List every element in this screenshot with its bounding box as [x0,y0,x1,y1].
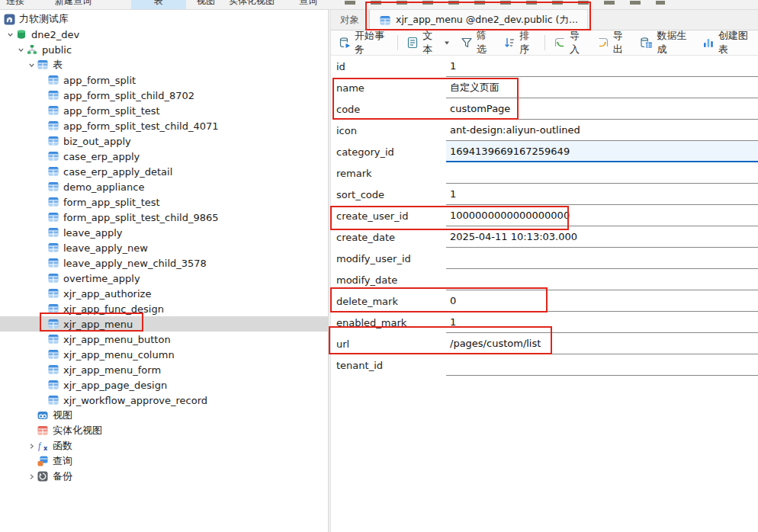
tree-item-leave_apply[interactable]: leave_apply [0,225,328,240]
field-row-create_date: create_date2025-04-11 10:13:03.000 [331,226,758,248]
tree-item-public[interactable]: public [0,42,328,57]
table-icon [47,242,59,254]
tree-item-label: xjr_workflow_approve_record [63,395,207,406]
field-value-create_user_id[interactable]: 1000000000000000000 [446,205,758,226]
chevron-down-icon[interactable] [27,57,37,72]
chevron-spacer [37,347,47,362]
chevron-down-icon[interactable] [16,42,26,57]
main-toolbar-item-label: 查询 [299,0,325,8]
tree-item-表[interactable]: 表 [0,57,328,72]
tree-item-xjr_app_menu_button[interactable]: xjr_app_menu_button [0,332,328,347]
tree-item-label: demo_appliance [63,181,144,193]
tree-item-xjr_app_menu[interactable]: xjr_app_menu [0,316,328,332]
main-toolbar-item-1[interactable]: 连接 [6,0,37,10]
tree-item-xjr_app_page_design[interactable]: xjr_app_page_design [0,377,328,393]
chevron-spacer [37,240,47,255]
import-button[interactable]: 导入 [548,33,592,53]
tab-xjr-app-menu[interactable]: xjr_app_menu @dne2_dev.public (力... [369,10,588,30]
tree-item-备份[interactable]: 备份 [0,469,328,484]
table-icon [47,257,59,269]
tree-item-视图[interactable]: 视图 [0,408,328,423]
tree-item-label: 备份 [53,470,72,483]
filter-button[interactable]: 筛选 [455,33,499,53]
field-value-enabled_mark[interactable]: 1 [446,312,758,333]
field-row-icon: iconant-design:aliyun-outlined [331,120,758,141]
tree-item-leave_apply_new[interactable]: leave_apply_new [0,240,328,255]
chevron-right-icon[interactable] [27,438,37,453]
tree-item-app_form_split[interactable]: app_form_split [0,72,328,88]
tree-item-app_form_split_test_child_4071[interactable]: app_form_split_test_child_4071 [0,118,328,133]
main-toolbar-item-6[interactable]: 查询 [299,0,325,10]
table-icon [47,287,59,300]
tree-item-dne2_dev[interactable]: dne2_dev [0,27,328,42]
field-value-url[interactable]: /pages/custom/list [446,333,758,354]
tree-item-form_app_split_test_child_9865[interactable]: form_app_split_test_child_9865 [0,210,328,225]
field-value-icon[interactable]: ant-design:aliyun-outlined [446,120,758,141]
data-generation-button[interactable]: 数据生成 [634,33,696,53]
field-value-remark[interactable] [446,162,758,184]
tree-item-case_erp_apply_detail[interactable]: case_erp_apply_detail [0,164,328,179]
main-toolbar-item-5[interactable]: 实体化视图 [229,0,287,10]
chevron-spacer [37,362,47,377]
function-icon: fx [37,440,49,452]
tree-item-app_form_split_test[interactable]: app_form_split_test [0,103,328,118]
tree-item-实体化视图[interactable]: 实体化视图 [0,423,328,438]
tree-item-app_form_split_child_8702[interactable]: app_form_split_child_8702 [0,88,328,103]
table-icon [47,226,59,239]
table-icon [379,14,391,27]
chevron-spacer [37,133,47,149]
chevron-right-icon[interactable] [27,469,37,484]
tree-item-leave_apply_new_child_3578[interactable]: leave_apply_new_child_3578 [0,255,328,271]
field-row-modify_user_id: modify_user_id [331,248,758,269]
tree-item-demo_appliance[interactable]: demo_appliance [0,179,328,194]
main-toolbar-item-4[interactable]: 视图 [197,0,223,10]
tree-item-biz_out_apply[interactable]: biz_out_apply [0,133,328,149]
text-view-button[interactable]: 文本 [401,33,454,53]
chevron-spacer [37,377,47,393]
tree-item-label: app_form_split [63,75,136,86]
dropdown-caret-icon[interactable] [444,40,450,46]
tree-item-xjr_app_func_design[interactable]: xjr_app_func_design [0,301,328,316]
field-label-id: id [331,56,446,77]
export-icon [597,37,609,49]
field-value-code[interactable]: customPage [446,98,758,120]
tree-item-overtime_apply[interactable]: overtime_apply [0,271,328,286]
tree-item-xjr_workflow_approve_record[interactable]: xjr_workflow_approve_record [0,393,328,408]
tree-item-xjr_app_menu_column[interactable]: xjr_app_menu_column [0,347,328,362]
field-value-id[interactable]: 1 [446,56,758,77]
tab-objects[interactable]: 对象 [331,10,369,30]
tree-item-xjr_app_authorize[interactable]: xjr_app_authorize [0,286,328,301]
tree-item-label: 查询 [53,454,72,468]
toolbar-separator [544,35,545,50]
main-toolbar-item-2[interactable]: 新建查询 [55,0,110,10]
tree-item-case_erp_apply[interactable]: case_erp_apply [0,149,328,164]
query-icon [37,455,49,467]
field-value-delete_mark[interactable]: 0 [446,290,758,312]
chevron-down-icon[interactable] [5,27,15,42]
tree-item-form_app_split_test[interactable]: form_app_split_test [0,194,328,210]
tree-item-查询[interactable]: 查询 [0,453,328,469]
field-value-name[interactable]: 自定义页面 [446,77,758,98]
chevron-spacer [37,316,47,332]
tree-item-力软测试库[interactable]: 力软测试库 [0,11,328,27]
export-button[interactable]: 导出 [592,33,635,53]
field-value-category_id[interactable]: 1694139669167259649 [446,141,758,162]
field-label-tenant_id: tenant_id [331,354,446,376]
field-value-tenant_id[interactable] [446,354,758,376]
field-value-modify_user_id[interactable] [446,248,758,269]
field-value-sort_code[interactable]: 1 [446,184,758,205]
field-value-create_date[interactable]: 2025-04-11 10:13:03.000 [446,226,758,248]
tree-item-xjr_app_menu_form[interactable]: xjr_app_menu_form [0,362,328,377]
tree-item-label: app_form_split_test [63,105,160,117]
tree-item-label: xjr_app_func_design [63,303,164,315]
field-value-modify_date[interactable] [446,269,758,290]
main-toolbar-item-label: 视图 [197,0,223,8]
begin-transaction-button[interactable]: 开始事务 [333,33,394,53]
chevron-spacer [37,210,47,225]
tree-item-label: 力软测试库 [19,12,69,26]
tree-item-函数[interactable]: fx函数 [0,438,328,453]
sort-button[interactable]: 排序 [498,33,541,53]
create-chart-button[interactable]: 创建图表 [697,33,758,53]
main-toolbar-item-3[interactable]: 表 [131,0,186,10]
main-toolbar-item-label: 实体化视图 [229,0,287,8]
